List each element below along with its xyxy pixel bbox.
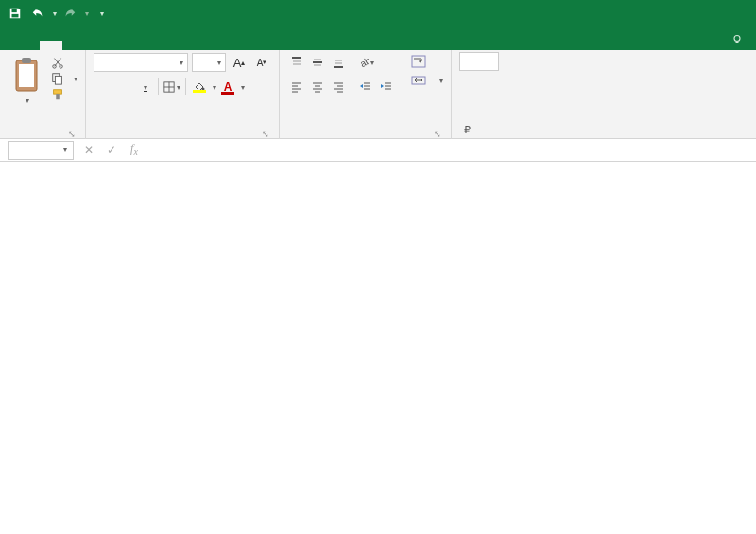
svg-rect-6 <box>22 58 31 63</box>
merge-center-button[interactable]: ▾ <box>411 74 443 87</box>
svg-text:ab: ab <box>358 56 369 69</box>
increase-indent-button[interactable] <box>377 78 396 96</box>
paste-menu-icon[interactable]: ▾ <box>26 96 29 105</box>
align-left-button[interactable] <box>287 78 306 96</box>
increase-font-button[interactable]: A▴ <box>230 53 249 72</box>
clipboard-icon <box>13 57 40 93</box>
underline-button[interactable]: ▾ <box>135 78 154 96</box>
currency-icon: ₽ <box>462 123 475 136</box>
align-center-button[interactable] <box>308 78 327 96</box>
merge-icon <box>411 74 426 87</box>
tab-view[interactable] <box>176 41 198 50</box>
accounting-format-button[interactable]: ₽ <box>459 120 478 139</box>
fill-color-button[interactable] <box>190 78 209 96</box>
font-name-combo[interactable]: ▾ <box>94 53 188 72</box>
quick-access-toolbar: ▾ ▾ ▾ <box>0 0 756 26</box>
undo-icon[interactable] <box>28 4 47 23</box>
font-color-menu[interactable]: ▾ <box>241 83 245 92</box>
group-font: ▾ ▾ A▴ A▾ ▾ ▾ ▾ A▾ ⤡ <box>86 50 280 139</box>
customize-qat-icon[interactable]: ▾ <box>100 9 104 18</box>
tab-pagelayout[interactable] <box>85 41 108 50</box>
number-format-combo[interactable] <box>459 52 499 71</box>
enter-formula-icon[interactable]: ✓ <box>100 144 123 157</box>
tab-formulas[interactable] <box>108 41 130 50</box>
tab-review[interactable] <box>153 41 176 50</box>
borders-button[interactable]: ▾ <box>163 78 181 96</box>
indent-icon <box>380 80 393 94</box>
format-painter-button[interactable] <box>51 88 77 101</box>
tab-developer[interactable] <box>198 41 221 50</box>
orientation-icon: ab <box>357 56 369 69</box>
font-size-combo[interactable]: ▾ <box>192 53 226 72</box>
group-alignment: ab▾ ▾ <box>280 50 452 139</box>
ribbon-tabs <box>0 26 756 50</box>
undo-menu-icon[interactable]: ▾ <box>53 9 57 18</box>
tell-me-search[interactable] <box>722 29 756 50</box>
decrease-indent-button[interactable] <box>356 78 375 96</box>
svg-rect-1 <box>12 14 19 18</box>
decrease-font-button[interactable]: A▾ <box>252 53 271 72</box>
svg-rect-11 <box>54 90 62 94</box>
align-bottom-button[interactable] <box>329 53 348 72</box>
svg-text:₽: ₽ <box>464 124 471 135</box>
ribbon: ▾ ▾ ⤡ ▾ ▾ <box>0 50 756 139</box>
tab-insert[interactable] <box>62 41 85 50</box>
svg-rect-3 <box>736 42 739 43</box>
wrap-text-button[interactable] <box>411 55 443 68</box>
font-color-button[interactable]: A <box>218 78 237 96</box>
scissors-icon <box>51 56 64 69</box>
copy-icon <box>51 72 64 85</box>
align-middle-button[interactable] <box>308 53 327 72</box>
name-box[interactable]: ▾ <box>8 141 74 160</box>
svg-rect-45 <box>412 56 425 67</box>
paste-button[interactable]: ▾ <box>8 53 45 138</box>
svg-point-2 <box>734 36 740 42</box>
wrap-icon <box>411 55 426 68</box>
formula-bar: ▾ ✕ ✓ fx <box>0 139 756 162</box>
group-clipboard: ▾ ▾ ⤡ <box>0 50 86 139</box>
group-number: ₽ <box>452 50 507 139</box>
bulb-icon <box>731 34 743 45</box>
insert-function-icon[interactable]: fx <box>123 142 146 157</box>
alignment-launcher-icon[interactable]: ⤡ <box>287 129 443 139</box>
redo-icon[interactable] <box>60 4 79 23</box>
fill-color-menu[interactable]: ▾ <box>213 83 216 92</box>
cancel-formula-icon[interactable]: ✕ <box>77 144 100 157</box>
svg-rect-12 <box>56 94 60 99</box>
tab-home[interactable] <box>40 41 62 50</box>
cut-button[interactable] <box>51 56 77 69</box>
svg-rect-10 <box>55 76 61 84</box>
tab-data[interactable] <box>130 41 153 50</box>
clipboard-launcher-icon[interactable]: ⤡ <box>8 129 77 139</box>
svg-rect-5 <box>19 64 34 87</box>
border-icon <box>163 80 175 94</box>
italic-button[interactable] <box>114 78 133 96</box>
outdent-icon <box>359 80 372 94</box>
svg-rect-0 <box>12 9 17 13</box>
orientation-button[interactable]: ab▾ <box>356 53 375 72</box>
font-launcher-icon[interactable]: ⤡ <box>94 129 271 139</box>
redo-menu-icon[interactable]: ▾ <box>85 9 89 18</box>
bold-button[interactable] <box>94 78 112 96</box>
copy-button[interactable]: ▾ <box>51 72 77 85</box>
save-icon[interactable] <box>6 4 25 23</box>
tab-file[interactable] <box>17 41 40 50</box>
brush-icon <box>51 88 64 101</box>
align-right-button[interactable] <box>329 78 348 96</box>
align-top-button[interactable] <box>287 53 306 72</box>
formula-input[interactable] <box>146 141 756 160</box>
